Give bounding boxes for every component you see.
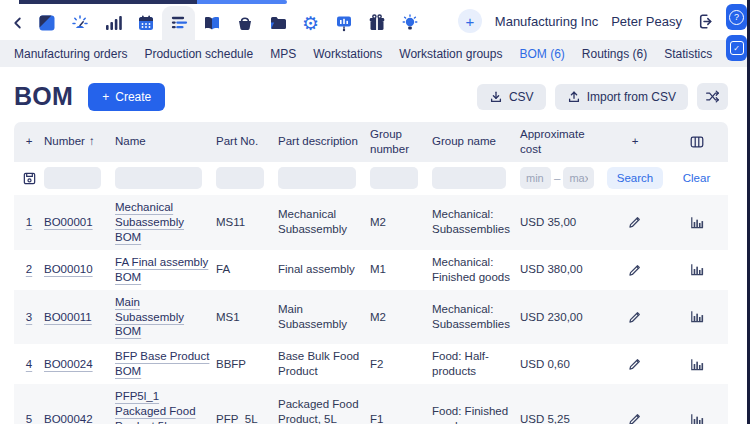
user-name[interactable]: Peter Peasy bbox=[611, 14, 682, 29]
statistics-chart-icon bbox=[688, 214, 705, 231]
nav-mps[interactable]: MPS bbox=[270, 47, 296, 61]
row-index-link[interactable]: 3 bbox=[26, 310, 32, 325]
nav-routings[interactable]: Routings (6) bbox=[582, 47, 647, 61]
bom-number-link[interactable]: BO00010 bbox=[44, 262, 93, 277]
part-description-cell: Main Subassembly bbox=[278, 290, 370, 345]
header-number[interactable]: Number ↑ bbox=[44, 122, 115, 162]
import-csv-button[interactable]: Import from CSV bbox=[555, 84, 688, 110]
company-name[interactable]: Manufacturing Inc bbox=[495, 14, 598, 29]
help-button[interactable]: ? bbox=[726, 4, 747, 30]
module-reports[interactable] bbox=[327, 6, 360, 40]
module-documents[interactable] bbox=[261, 6, 294, 40]
row-statistics-button[interactable] bbox=[688, 411, 705, 424]
module-ideas[interactable] bbox=[393, 6, 426, 40]
logout-button[interactable] bbox=[695, 12, 714, 31]
module-settings[interactable]: ⚙ bbox=[294, 6, 327, 40]
bom-name-link[interactable]: BFP Base Product BOM bbox=[115, 349, 210, 379]
edit-row-button[interactable] bbox=[627, 214, 643, 230]
shuffle-button[interactable] bbox=[697, 83, 728, 110]
header-approximate-cost[interactable]: Approximate cost bbox=[520, 122, 605, 162]
tasks-button[interactable]: ✓ bbox=[726, 35, 747, 61]
row-statistics-button[interactable] bbox=[688, 261, 705, 278]
bom-number-link[interactable]: BO00011 bbox=[44, 310, 92, 325]
header-group-number[interactable]: Group number bbox=[370, 122, 432, 162]
nav-production-schedule[interactable]: Production schedule bbox=[144, 47, 253, 61]
table-header-row: + Number ↑ Name Part No. Part descriptio… bbox=[14, 122, 728, 162]
part-no-cell: MS1 bbox=[216, 290, 278, 345]
header-part-no[interactable]: Part No. bbox=[216, 122, 278, 162]
nav-workstation-groups[interactable]: Workstation groups bbox=[399, 47, 502, 61]
nav-workstations[interactable]: Workstations bbox=[313, 47, 382, 61]
module-rewards[interactable] bbox=[360, 6, 393, 40]
upload-icon bbox=[567, 90, 581, 104]
header-name[interactable]: Name bbox=[115, 122, 216, 162]
table-row: 1 BO00001 Mechanical Subassembly BOM MS1… bbox=[14, 195, 728, 250]
row-statistics-button[interactable] bbox=[688, 214, 705, 231]
nav-manufacturing-orders[interactable]: Manufacturing orders bbox=[14, 47, 127, 61]
header-group-name[interactable]: Group name bbox=[432, 122, 520, 162]
add-new-button[interactable]: + bbox=[458, 9, 482, 33]
app-window: ⚙ bbox=[0, 0, 750, 424]
book-icon bbox=[202, 13, 222, 33]
range-dash: – bbox=[554, 171, 560, 186]
header-part-description[interactable]: Part description bbox=[278, 122, 370, 162]
filter-group-number-input[interactable] bbox=[370, 167, 418, 189]
group-name-cell: Mechanical: Finished goods bbox=[432, 250, 520, 290]
edit-row-button[interactable] bbox=[627, 309, 643, 325]
presentation-icon bbox=[334, 13, 354, 33]
edit-row-button[interactable] bbox=[627, 411, 643, 424]
edit-row-button[interactable] bbox=[627, 356, 643, 372]
sort-asc-icon[interactable]: ↑ bbox=[89, 134, 95, 149]
filter-group-name-input[interactable] bbox=[432, 167, 506, 189]
header-add-column[interactable]: + bbox=[605, 122, 665, 162]
row-statistics-button[interactable] bbox=[688, 356, 705, 373]
module-workspace[interactable] bbox=[30, 6, 63, 40]
part-no-cell: MS11 bbox=[216, 195, 278, 250]
bom-number-link[interactable]: BO00024 bbox=[44, 357, 93, 372]
module-bom-active[interactable] bbox=[162, 6, 195, 40]
module-procurement[interactable] bbox=[228, 6, 261, 40]
approximate-cost-cell: USD 35,00 bbox=[520, 195, 605, 250]
bom-number-link[interactable]: BO00042 bbox=[44, 412, 93, 424]
filter-number-input[interactable] bbox=[44, 167, 101, 189]
row-index-link[interactable]: 2 bbox=[26, 262, 32, 277]
bom-name-link[interactable]: Main Subassembly BOM bbox=[115, 295, 210, 340]
part-no-cell: PFP_5L bbox=[216, 384, 278, 424]
bom-name-link[interactable]: FA Final assembly BOM bbox=[115, 255, 210, 285]
edit-row-button[interactable] bbox=[627, 262, 643, 278]
progress-segment-dark bbox=[19, 0, 197, 4]
module-dashboard[interactable] bbox=[63, 6, 96, 40]
create-button[interactable]: + Create bbox=[88, 83, 165, 111]
export-csv-button[interactable]: CSV bbox=[477, 84, 546, 110]
group-name-cell: Mechanical: Subassemblies bbox=[432, 195, 520, 250]
filter-cost-min-input[interactable] bbox=[520, 167, 551, 189]
nav-bom[interactable]: BOM (6) bbox=[519, 47, 564, 61]
filter-name-input[interactable] bbox=[115, 167, 202, 189]
part-no-cell: BBFP bbox=[216, 344, 278, 384]
filter-cost-max-input[interactable] bbox=[563, 167, 594, 189]
nav-statistics[interactable]: Statistics bbox=[664, 47, 712, 61]
header-add-row[interactable]: + bbox=[14, 122, 44, 162]
clear-button[interactable]: Clear bbox=[677, 171, 716, 185]
plus-icon: + bbox=[102, 90, 109, 104]
filter-part-description-input[interactable] bbox=[278, 167, 356, 189]
group-name-cell: Food: Half-products bbox=[432, 344, 520, 384]
bom-name-link[interactable]: Mechanical Subassembly BOM bbox=[115, 200, 210, 245]
filter-part-no-input[interactable] bbox=[216, 167, 264, 189]
save-filter-button[interactable] bbox=[14, 166, 44, 191]
module-analytics[interactable] bbox=[96, 6, 129, 40]
part-description-cell: Base Bulk Food Product bbox=[278, 344, 370, 384]
bom-name-link[interactable]: PFP5l_1 Packaged Food Product 5l caniste… bbox=[115, 389, 210, 424]
module-calendar[interactable] bbox=[129, 6, 162, 40]
collapse-back-button[interactable] bbox=[6, 6, 30, 40]
row-statistics-button[interactable] bbox=[688, 308, 705, 325]
header-columns-settings[interactable] bbox=[665, 122, 728, 162]
row-index-link[interactable]: 4 bbox=[26, 357, 32, 372]
row-index-link[interactable]: 1 bbox=[26, 215, 32, 230]
search-button[interactable]: Search bbox=[607, 167, 663, 189]
row-index-link[interactable]: 5 bbox=[26, 412, 32, 424]
bom-number-link[interactable]: BO00001 bbox=[44, 215, 93, 230]
module-knowledge[interactable] bbox=[195, 6, 228, 40]
part-no-cell: FA bbox=[216, 250, 278, 290]
table-row: 4 BO00024 BFP Base Product BOM BBFP Base… bbox=[14, 344, 728, 384]
